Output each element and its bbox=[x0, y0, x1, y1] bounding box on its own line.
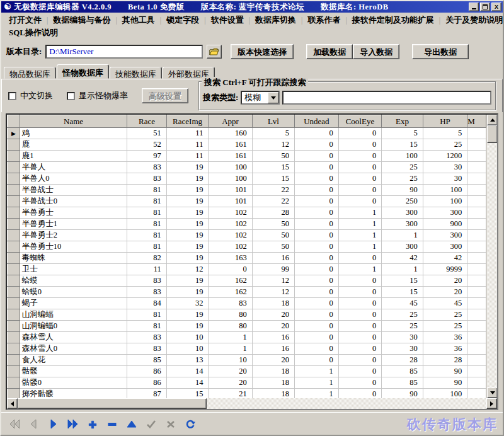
menu-item-7[interactable]: 接软件定制及功能扩展 bbox=[348, 14, 438, 26]
grid-cell[interactable]: 12 bbox=[252, 275, 294, 287]
grid-cell[interactable]: 19 bbox=[166, 196, 209, 207]
grid-cell[interactable]: 0 bbox=[338, 151, 382, 162]
grid-cell[interactable]: 0 bbox=[295, 151, 339, 162]
grid-cell[interactable] bbox=[467, 377, 486, 389]
grid-cell[interactable]: 85 bbox=[382, 366, 423, 377]
grid-cell[interactable]: 42 bbox=[382, 253, 423, 264]
grid-cell[interactable]: 0 bbox=[338, 128, 382, 139]
grid-cell[interactable]: 1 bbox=[382, 264, 423, 275]
row-selector[interactable] bbox=[8, 332, 20, 343]
menu-item-row2-0[interactable]: SQL操作说明 bbox=[5, 26, 62, 39]
grid-cell[interactable]: 森林雪人0 bbox=[20, 343, 127, 355]
grid-cell[interactable] bbox=[467, 332, 486, 343]
column-header-exp[interactable]: Exp bbox=[382, 115, 423, 128]
grid-cell[interactable] bbox=[467, 287, 486, 298]
tab-1[interactable]: 怪物数据库 bbox=[57, 64, 109, 79]
grid-cell[interactable]: 90 bbox=[423, 377, 467, 389]
grid-cell[interactable]: 36 bbox=[423, 343, 467, 355]
grid-cell[interactable]: 300 bbox=[423, 207, 467, 219]
grid-cell[interactable]: 102 bbox=[209, 207, 252, 219]
menu-item-3[interactable]: 锁定字段 bbox=[163, 14, 203, 26]
grid-cell[interactable]: 100 bbox=[423, 389, 467, 399]
next-record-button[interactable] bbox=[47, 417, 60, 431]
grid-cell[interactable] bbox=[467, 366, 486, 377]
menu-item-6[interactable]: 联系作者 bbox=[304, 14, 344, 26]
grid-cell[interactable]: 100 bbox=[382, 151, 423, 162]
grid-cell[interactable]: 81 bbox=[127, 185, 166, 196]
grid-cell[interactable]: 0 bbox=[295, 139, 339, 151]
grid-cell[interactable]: 15 bbox=[252, 162, 294, 173]
grid-cell[interactable]: 1 bbox=[382, 230, 423, 241]
grid-cell[interactable]: 86 bbox=[127, 377, 166, 389]
grid-cell[interactable]: 掷斧骷髅 bbox=[20, 389, 127, 399]
grid-cell[interactable]: 0 bbox=[295, 128, 339, 139]
grid-cell[interactable]: 25 bbox=[423, 321, 467, 332]
grid-cell[interactable]: 0 bbox=[295, 298, 339, 309]
grid-cell[interactable]: 81 bbox=[127, 219, 166, 230]
grid-cell[interactable]: 0 bbox=[295, 275, 339, 287]
grid-cell[interactable]: 0 bbox=[295, 309, 339, 321]
load-data-button[interactable]: 加载数据 bbox=[306, 44, 353, 59]
grid-cell[interactable]: 25 bbox=[382, 321, 423, 332]
grid-cell[interactable]: 102 bbox=[209, 241, 252, 253]
grid-cell[interactable]: 83 bbox=[127, 332, 166, 343]
search-input[interactable] bbox=[282, 91, 491, 105]
grid-cell[interactable]: 0 bbox=[338, 321, 382, 332]
grid-cell[interactable]: 15 bbox=[252, 173, 294, 185]
grid-cell[interactable]: 50 bbox=[252, 230, 294, 241]
chinese-toggle-checkbox[interactable] bbox=[8, 92, 16, 100]
delete-record-button[interactable] bbox=[105, 417, 119, 431]
refresh-data-button[interactable] bbox=[183, 417, 197, 431]
grid-cell[interactable]: 81 bbox=[127, 230, 166, 241]
column-header-m[interactable]: M bbox=[467, 115, 486, 128]
grid-cell[interactable]: 半兽勇士1 bbox=[20, 219, 127, 230]
grid-cell[interactable]: 90 bbox=[382, 185, 423, 196]
grid-cell[interactable]: 25 bbox=[382, 162, 423, 173]
grid-cell[interactable]: 160 bbox=[209, 128, 252, 139]
grid-cell[interactable]: 0 bbox=[295, 185, 339, 196]
grid-cell[interactable] bbox=[467, 264, 486, 275]
grid-cell[interactable]: 1 bbox=[338, 264, 382, 275]
grid-cell[interactable]: 300 bbox=[423, 241, 467, 253]
grid-cell[interactable]: 50 bbox=[252, 219, 294, 230]
grid-cell[interactable]: 0 bbox=[295, 264, 339, 275]
grid-cell[interactable]: 100 bbox=[423, 196, 467, 207]
grid-cell[interactable]: 18 bbox=[252, 377, 294, 389]
row-selector[interactable] bbox=[8, 230, 20, 241]
grid-cell[interactable]: 15 bbox=[382, 275, 423, 287]
grid-cell[interactable]: 0 bbox=[338, 275, 382, 287]
grid-cell[interactable]: 900 bbox=[423, 219, 467, 230]
row-selector[interactable] bbox=[8, 321, 20, 332]
grid-cell[interactable]: 0 bbox=[295, 253, 339, 264]
grid-cell[interactable]: 0 bbox=[338, 298, 382, 309]
vertical-scroll-thumb[interactable] bbox=[487, 125, 497, 143]
grid-cell[interactable] bbox=[467, 185, 486, 196]
grid-cell[interactable]: 25 bbox=[423, 139, 467, 151]
browse-folder-button[interactable] bbox=[207, 45, 222, 59]
grid-cell[interactable]: 30 bbox=[382, 343, 423, 355]
grid-cell[interactable]: 20 bbox=[252, 355, 294, 366]
grid-cell[interactable] bbox=[467, 343, 486, 355]
grid-cell[interactable]: 102 bbox=[209, 230, 252, 241]
row-selector[interactable] bbox=[8, 287, 20, 298]
grid-cell[interactable]: 81 bbox=[127, 309, 166, 321]
grid-cell[interactable]: 19 bbox=[166, 219, 209, 230]
grid-cell[interactable]: 30 bbox=[423, 173, 467, 185]
grid-cell[interactable]: 0 bbox=[338, 253, 382, 264]
vertical-scroll-track[interactable] bbox=[487, 143, 497, 387]
grid-cell[interactable]: 20 bbox=[209, 366, 252, 377]
grid-cell[interactable]: 半兽勇士10 bbox=[20, 241, 127, 253]
grid-cell[interactable]: 12 bbox=[166, 264, 209, 275]
grid-cell[interactable]: 0 bbox=[338, 355, 382, 366]
grid-cell[interactable]: 101 bbox=[209, 185, 252, 196]
grid-cell[interactable]: 18 bbox=[252, 389, 294, 399]
grid-cell[interactable]: 山洞蝙蝠0 bbox=[20, 321, 127, 332]
grid-cell[interactable]: 30 bbox=[382, 332, 423, 343]
grid-cell[interactable]: 25 bbox=[382, 173, 423, 185]
grid-cell[interactable]: 0 bbox=[295, 173, 339, 185]
show-droprate-checkbox[interactable] bbox=[67, 92, 75, 100]
grid-cell[interactable]: 0 bbox=[295, 321, 339, 332]
row-selector[interactable] bbox=[8, 343, 20, 355]
grid-cell[interactable]: 1 bbox=[295, 389, 339, 399]
grid-cell[interactable]: 0 bbox=[295, 355, 339, 366]
